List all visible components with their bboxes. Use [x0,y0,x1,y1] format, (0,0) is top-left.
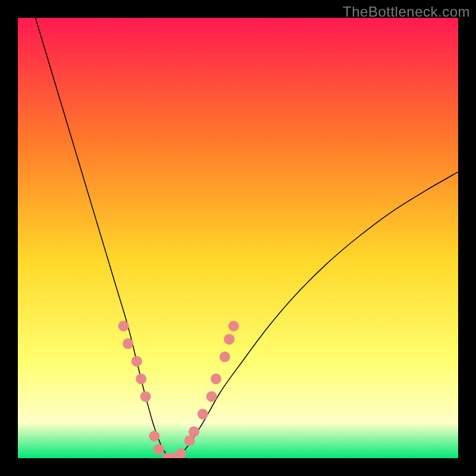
gradient-background [18,18,458,458]
watermark-text: TheBottleneck.com [343,4,470,20]
highlight-dot [118,321,129,331]
chart-svg [18,18,458,458]
highlight-dot [149,431,159,441]
highlight-dot [220,352,230,362]
highlight-dot [123,339,133,349]
highlight-dot [211,374,221,384]
highlight-dot [140,391,151,402]
chart-container: TheBottleneck.com [0,0,476,476]
highlight-dot [136,374,146,384]
highlight-dot [206,391,217,402]
highlight-dot [198,409,208,419]
highlight-dot [154,444,164,455]
highlight-dot [189,427,199,437]
highlight-dot [228,321,239,331]
plot-area [18,18,458,458]
highlight-dot [224,334,234,345]
highlight-dot [131,356,142,367]
